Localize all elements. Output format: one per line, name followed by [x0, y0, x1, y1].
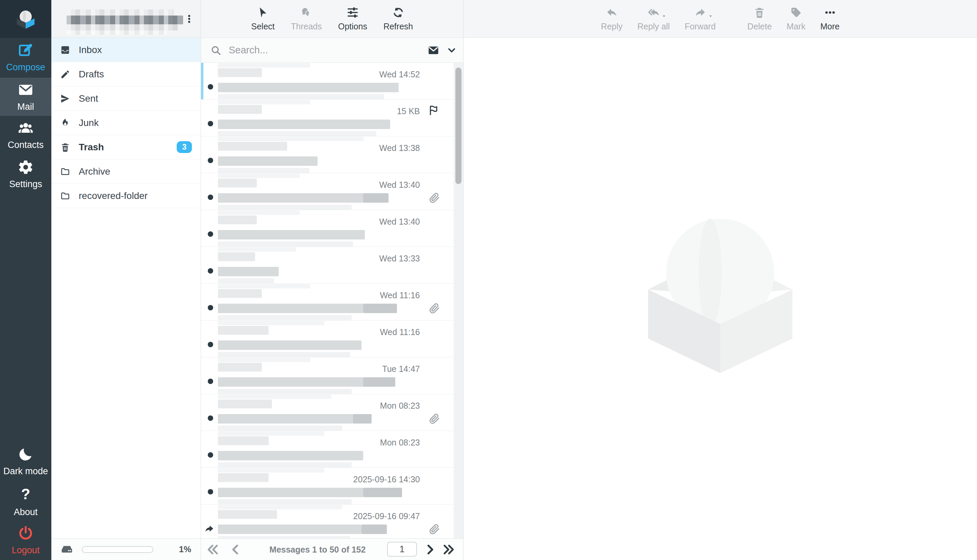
list-toolbar-select-button[interactable]: Select [251, 7, 275, 32]
trash-icon [60, 142, 70, 152]
chevron-down-icon [447, 46, 457, 55]
sidebar-item-label: Compose [6, 62, 45, 73]
reader-toolbar-mark-button[interactable]: Mark [787, 7, 806, 32]
folder-item-sent[interactable]: Sent [51, 87, 201, 111]
message-date: 2025-09-16 14:30 [353, 475, 420, 484]
sidebar-item-about[interactable]: ?About [0, 487, 51, 517]
folder-item-recovered-folder[interactable]: recovered-folder [51, 184, 201, 208]
reader-toolbar-forward-button[interactable]: Forward [685, 7, 716, 32]
sidebar-item-darkmode[interactable]: Dark mode [0, 445, 51, 478]
search-input[interactable] [228, 44, 427, 56]
message-date: Wed 11:16 [380, 327, 420, 337]
roundcube-logo-icon [15, 8, 37, 30]
folder-label: Archive [79, 166, 110, 177]
refresh-icon [392, 7, 404, 18]
double-chevron-right-icon [442, 543, 456, 556]
unread-dot-icon [208, 452, 213, 458]
quota-footer: 1% [51, 538, 201, 560]
message-preview-redacted [218, 205, 352, 210]
message-preview-redacted [218, 94, 384, 99]
app-logo[interactable] [0, 0, 51, 38]
next-page-button[interactable] [423, 543, 437, 556]
message-row[interactable]: 2025-09-16 14:30 [201, 468, 454, 505]
message-subject-redacted [218, 267, 279, 276]
list-scrollbar-track[interactable] [454, 63, 463, 538]
page-number-input[interactable] [387, 542, 417, 557]
sender-preview-redacted [218, 321, 324, 325]
message-row[interactable]: Wed 13:40 [201, 210, 454, 247]
message-preview-redacted [218, 462, 352, 467]
list-toolbar-button-label: Select [251, 22, 275, 32]
reader-toolbar-reply-button[interactable]: Reply [601, 7, 623, 32]
folder-item-inbox[interactable]: Inbox [51, 38, 201, 62]
reader-toolbar-more-button[interactable]: More [820, 7, 840, 32]
reader-toolbar-button-label: Forward [685, 22, 716, 32]
search-options-toggle[interactable] [447, 46, 457, 55]
account-name-redacted [67, 10, 183, 35]
unread-dot-icon [208, 121, 213, 126]
message-row[interactable]: Wed 14:52 [201, 63, 454, 100]
message-subject-tail-redacted [363, 377, 395, 387]
list-scrollbar-thumb[interactable] [455, 68, 462, 184]
sidebar-item-contacts[interactable]: Contacts [0, 119, 51, 151]
first-page-button[interactable] [206, 543, 219, 556]
folder-item-trash[interactable]: Trash3 [51, 135, 201, 159]
list-toolbar-refresh-button[interactable]: Refresh [383, 7, 413, 32]
roundcube-watermark-icon [641, 204, 800, 374]
unread-dot-icon [208, 195, 213, 200]
message-date: Mon 08:23 [380, 401, 420, 411]
reader-toolbar-delete-button[interactable]: Delete [747, 7, 772, 32]
message-row[interactable]: Wed 11:16 [201, 320, 454, 357]
message-preview-redacted [218, 499, 352, 504]
sidebar-item-label: Mail [17, 102, 34, 112]
reader-toolbar-reply-all-button[interactable]: Reply all [637, 7, 670, 32]
list-toolbar-options-button[interactable]: Options [338, 7, 367, 32]
attachment-icon [429, 303, 440, 314]
folder-label: Junk [79, 118, 98, 128]
list-toolbar-threads-button[interactable]: Threads [291, 7, 322, 32]
sidebar-item-logout[interactable]: Logout [0, 524, 51, 557]
sender-preview-redacted [218, 247, 296, 252]
message-row[interactable]: Mon 08:23 [201, 431, 454, 468]
kebab-icon [185, 10, 194, 28]
pencil-icon [60, 69, 70, 79]
cursor-icon [257, 7, 269, 18]
reader-toolbar-button-label: Reply all [637, 22, 670, 32]
caret-down-icon [708, 13, 713, 18]
question-icon: ? [18, 487, 34, 503]
folder-item-archive[interactable]: Archive [51, 159, 201, 184]
sidebar-item-mail[interactable]: Mail [0, 78, 51, 116]
reply-icon [606, 7, 618, 18]
storage-icon [61, 543, 73, 556]
sidebar-item-compose[interactable]: Compose [0, 41, 51, 73]
message-row[interactable]: Tue 14:47 [201, 357, 454, 394]
moon-icon [18, 446, 34, 462]
message-list: Wed 14:5215 KBWed 13:38Wed 13:40Wed 13:4… [201, 63, 454, 538]
message-row[interactable]: Wed 13:38 [201, 137, 454, 173]
message-row[interactable]: Wed 13:40 [201, 173, 454, 210]
folder-item-junk[interactable]: Junk [51, 111, 201, 135]
sidebar-item-settings[interactable]: Settings [0, 158, 51, 190]
unread-dot-icon [208, 268, 213, 273]
message-date: Wed 11:16 [380, 290, 420, 300]
list-toolbar: SelectThreadsOptionsRefresh [201, 0, 463, 38]
message-row[interactable]: Wed 11:16 [201, 284, 454, 320]
message-row[interactable]: 2025-09-16 09:47 [201, 505, 454, 538]
folders-pane: InboxDraftsSentJunkTrash3Archiverecovere… [51, 0, 201, 560]
last-page-button[interactable] [442, 543, 456, 556]
svg-text:?: ? [21, 487, 30, 502]
message-row[interactable]: Wed 13:33 [201, 247, 454, 284]
forwarded-icon [204, 523, 215, 534]
previous-page-button[interactable] [229, 543, 242, 556]
message-subject-tail-redacted [363, 488, 402, 497]
message-row[interactable]: Mon 08:23 [201, 394, 454, 431]
message-sender-redacted [218, 326, 268, 335]
double-chevron-left-icon [206, 543, 219, 556]
search-scope-button[interactable] [427, 44, 440, 57]
folder-item-drafts[interactable]: Drafts [51, 62, 201, 87]
folder-label: Sent [79, 93, 98, 104]
account-menu-button[interactable] [185, 10, 194, 28]
sidebar-item-label: Contacts [8, 140, 44, 150]
message-row[interactable]: 15 KB [201, 100, 454, 137]
reader-toolbar-button-label: Reply [601, 22, 623, 32]
